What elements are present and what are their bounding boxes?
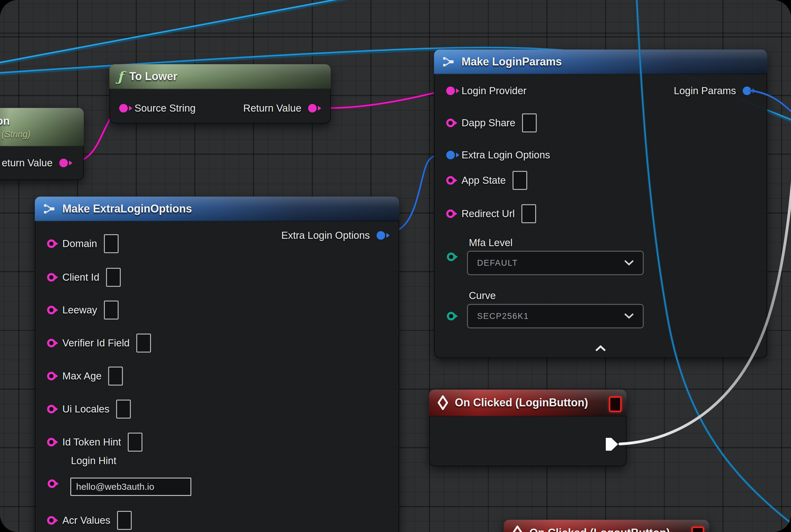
wire-blue-long-1[interactable] (0, 0, 381, 65)
node-subtitle-fragment: ox (String) (0, 129, 31, 139)
pin-label-leeway: Leeway (62, 304, 97, 316)
redirect-url-checkbox[interactable] (521, 204, 536, 223)
chevron-up-icon (595, 345, 606, 351)
node-title-on-clicked-logoutbutton: On Clicked (LogoutButton) (529, 527, 670, 532)
pin-leeway[interactable] (47, 306, 56, 314)
make-struct-icon (442, 55, 456, 69)
node-make-extraloginoptions[interactable]: Make ExtraLoginOptions Extra Login Optio… (35, 196, 399, 532)
node-title-fragment: tion (0, 115, 10, 128)
pin-ui-locales[interactable] (47, 405, 56, 413)
pin-redirect-url[interactable] (446, 209, 455, 218)
collapse-node-button[interactable] (590, 343, 611, 354)
pin-login-provider[interactable] (446, 87, 455, 95)
pin-label-redirect-url: Redirect Url (462, 208, 515, 220)
event-diamond-icon (437, 395, 449, 410)
pin-label-curve: Curve (469, 289, 496, 302)
client-id-checkbox[interactable] (106, 268, 121, 287)
pin-label-dapp-share: Dapp Share (462, 117, 515, 129)
node-title-make-loginparams: Make LoginParams (462, 55, 562, 68)
node-title-to-lower: To Lower (129, 70, 177, 83)
pin-curve[interactable] (447, 312, 456, 320)
exec-arrow-icon (605, 437, 619, 452)
pin-label-max-age: Max Age (62, 370, 101, 382)
curve-dropdown[interactable]: SECP256K1 (467, 304, 644, 328)
pin-label-return-value-partial: eturn Value (2, 157, 53, 169)
pin-label-mfa-level: Mfa Level (469, 236, 513, 249)
pin-label-source-string: Source String (134, 102, 196, 114)
pin-login-params-out[interactable] (743, 87, 751, 95)
pin-extra-login-options-out[interactable] (377, 231, 385, 240)
mfa-level-dropdown[interactable]: DEFAULT (467, 251, 644, 275)
pin-label-id-token-hint: Id Token Hint (62, 436, 121, 448)
pin-extra-login-options-in[interactable] (446, 151, 455, 159)
domain-checkbox[interactable] (104, 234, 119, 253)
pin-acr-values[interactable] (47, 516, 56, 525)
node-on-clicked-loginbutton[interactable]: On Clicked (LoginButton) (429, 390, 626, 466)
pin-dapp-share[interactable] (446, 119, 455, 127)
node-title-make-extraloginoptions: Make ExtraLoginOptions (62, 203, 192, 215)
mfa-level-value: DEFAULT (477, 258, 518, 268)
chevron-down-icon (624, 314, 634, 319)
pin-label-app-state: App State (462, 175, 506, 186)
blueprint-graph-canvas[interactable]: tion ox (String) eturn Value ƒ To Lower … (0, 0, 791, 532)
id-token-hint-checkbox[interactable] (128, 433, 142, 452)
pin-max-age[interactable] (47, 372, 56, 380)
pin-label-login-provider: Login Provider (462, 85, 527, 97)
verifier-id-field-checkbox[interactable] (136, 334, 151, 353)
bound-event-icon[interactable] (691, 527, 704, 532)
pin-return-value-partial[interactable] (59, 159, 68, 167)
pin-app-state[interactable] (446, 176, 455, 185)
pin-return-value[interactable] (308, 104, 317, 113)
pin-label-domain: Domain (62, 238, 97, 249)
pin-label-extra-login-options-out: Extra Login Options (281, 230, 370, 241)
pin-mfa-level[interactable] (447, 252, 456, 261)
node-make-loginparams[interactable]: Make LoginParams Login Params Login Prov… (434, 50, 767, 358)
pin-id-token-hint[interactable] (47, 438, 56, 446)
chevron-down-icon (624, 260, 634, 266)
pin-label-client-id: Client Id (62, 271, 99, 283)
function-icon: ƒ (117, 69, 123, 84)
node-title-on-clicked-loginbutton: On Clicked (LoginButton) (455, 396, 588, 409)
pin-label-return-value: Return Value (243, 102, 301, 114)
pin-label-login-hint: Login Hint (71, 455, 116, 467)
wire-pink-tolower-to-loginprovider[interactable] (313, 91, 444, 108)
pin-client-id[interactable] (47, 273, 56, 282)
pin-label-acr-values: Acr Values (62, 515, 110, 526)
pin-label-login-params-out: Login Params (674, 85, 736, 97)
pin-label-verifier-id-field: Verifier Id Field (62, 337, 130, 349)
node-to-lower[interactable]: ƒ To Lower Source String Return Value (110, 64, 331, 124)
pin-label-ui-locales: Ui Locales (62, 403, 110, 415)
pin-domain[interactable] (47, 240, 56, 248)
exec-output-pin[interactable] (605, 437, 619, 453)
max-age-checkbox[interactable] (108, 366, 123, 385)
make-struct-icon (43, 202, 56, 215)
curve-value: SECP256K1 (477, 311, 529, 321)
ui-locales-checkbox[interactable] (116, 400, 131, 419)
login-hint-input[interactable] (70, 478, 191, 496)
pin-label-extra-login-options-in: Extra Login Options (462, 149, 550, 161)
bound-event-icon[interactable] (609, 396, 622, 412)
leeway-checkbox[interactable] (104, 301, 119, 320)
node-partial-function[interactable]: tion ox (String) eturn Value (0, 108, 84, 180)
event-diamond-icon (512, 525, 523, 532)
pin-verifier-id-field[interactable] (47, 339, 56, 347)
pin-login-hint[interactable] (48, 479, 56, 488)
dapp-share-checkbox[interactable] (522, 113, 537, 132)
acr-values-checkbox[interactable] (117, 511, 132, 530)
app-state-checkbox[interactable] (513, 171, 527, 190)
pin-source-string[interactable] (119, 104, 128, 113)
node-on-clicked-logoutbutton[interactable]: On Clicked (LogoutButton) (504, 520, 709, 532)
